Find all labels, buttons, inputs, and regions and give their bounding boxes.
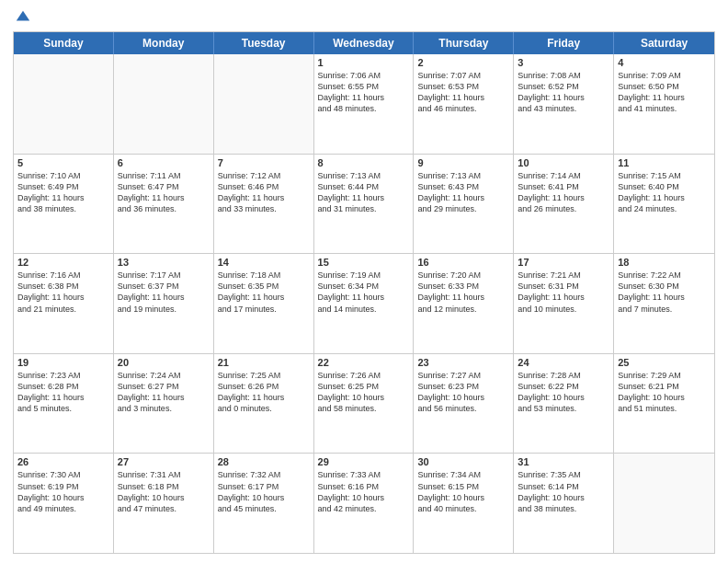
day-number: 19 — [17, 357, 109, 368]
calendar-cell — [14, 54, 114, 154]
day-number: 21 — [218, 357, 310, 368]
page: SundayMondayTuesdayWednesdayThursdayFrid… — [0, 0, 728, 563]
day-number: 5 — [17, 157, 109, 168]
weekday-header-thursday: Thursday — [414, 32, 514, 54]
calendar-cell: 17Sunrise: 7:21 AM Sunset: 6:31 PM Dayli… — [514, 254, 614, 353]
day-info: Sunrise: 7:31 AM Sunset: 6:18 PM Dayligh… — [118, 469, 210, 514]
calendar-cell: 1Sunrise: 7:06 AM Sunset: 6:55 PM Daylig… — [314, 54, 415, 154]
calendar-cell: 21Sunrise: 7:25 AM Sunset: 6:26 PM Dayli… — [214, 354, 314, 454]
calendar-cell: 12Sunrise: 7:16 AM Sunset: 6:38 PM Dayli… — [14, 254, 114, 353]
weekday-header-friday: Friday — [514, 32, 614, 54]
day-info: Sunrise: 7:21 AM Sunset: 6:31 PM Dayligh… — [518, 270, 609, 315]
day-number: 27 — [118, 456, 210, 467]
day-info: Sunrise: 7:07 AM Sunset: 6:53 PM Dayligh… — [417, 70, 509, 115]
calendar-cell: 3Sunrise: 7:08 AM Sunset: 6:52 PM Daylig… — [514, 54, 614, 154]
day-info: Sunrise: 7:16 AM Sunset: 6:38 PM Dayligh… — [17, 270, 109, 315]
calendar-cell: 16Sunrise: 7:20 AM Sunset: 6:33 PM Dayli… — [414, 254, 514, 353]
calendar-cell: 14Sunrise: 7:18 AM Sunset: 6:35 PM Dayli… — [214, 254, 314, 353]
calendar-cell: 18Sunrise: 7:22 AM Sunset: 6:30 PM Dayli… — [614, 254, 714, 353]
day-info: Sunrise: 7:11 AM Sunset: 6:47 PM Dayligh… — [118, 170, 210, 215]
day-number: 4 — [618, 57, 711, 68]
day-number: 22 — [318, 357, 410, 368]
day-info: Sunrise: 7:18 AM Sunset: 6:35 PM Dayligh… — [218, 270, 310, 315]
day-number: 25 — [618, 357, 711, 368]
day-number: 7 — [218, 157, 310, 168]
day-info: Sunrise: 7:25 AM Sunset: 6:26 PM Dayligh… — [218, 370, 310, 415]
calendar-cell: 31Sunrise: 7:35 AM Sunset: 6:14 PM Dayli… — [514, 454, 614, 553]
day-number: 17 — [518, 257, 609, 268]
weekday-header-saturday: Saturday — [614, 32, 714, 54]
day-info: Sunrise: 7:26 AM Sunset: 6:25 PM Dayligh… — [318, 370, 410, 415]
day-info: Sunrise: 7:09 AM Sunset: 6:50 PM Dayligh… — [618, 70, 711, 115]
weekday-header-tuesday: Tuesday — [214, 32, 314, 54]
day-info: Sunrise: 7:19 AM Sunset: 6:34 PM Dayligh… — [318, 270, 410, 315]
day-number: 23 — [417, 357, 509, 368]
weekday-header-sunday: Sunday — [14, 32, 114, 54]
calendar-cell: 26Sunrise: 7:30 AM Sunset: 6:19 PM Dayli… — [14, 454, 114, 553]
calendar-cell: 13Sunrise: 7:17 AM Sunset: 6:37 PM Dayli… — [114, 254, 214, 353]
calendar-cell: 30Sunrise: 7:34 AM Sunset: 6:15 PM Dayli… — [414, 454, 514, 553]
day-number: 10 — [518, 157, 609, 168]
calendar-cell: 19Sunrise: 7:23 AM Sunset: 6:28 PM Dayli… — [14, 354, 114, 454]
day-info: Sunrise: 7:22 AM Sunset: 6:30 PM Dayligh… — [618, 270, 711, 315]
calendar-body: 1Sunrise: 7:06 AM Sunset: 6:55 PM Daylig… — [14, 54, 714, 553]
calendar-cell — [114, 54, 214, 154]
day-info: Sunrise: 7:32 AM Sunset: 6:17 PM Dayligh… — [218, 469, 310, 514]
svg-marker-0 — [17, 11, 29, 21]
calendar-cell: 22Sunrise: 7:26 AM Sunset: 6:25 PM Dayli… — [314, 354, 415, 454]
day-number: 2 — [417, 57, 509, 68]
header — [13, 9, 715, 26]
day-info: Sunrise: 7:13 AM Sunset: 6:43 PM Dayligh… — [417, 170, 509, 215]
calendar-cell: 6Sunrise: 7:11 AM Sunset: 6:47 PM Daylig… — [114, 155, 214, 254]
calendar-row-3: 19Sunrise: 7:23 AM Sunset: 6:28 PM Dayli… — [14, 353, 714, 454]
day-number: 6 — [118, 157, 210, 168]
day-number: 3 — [518, 57, 609, 68]
calendar-cell: 9Sunrise: 7:13 AM Sunset: 6:43 PM Daylig… — [414, 155, 514, 254]
calendar: SundayMondayTuesdayWednesdayThursdayFrid… — [13, 31, 715, 554]
day-number: 29 — [318, 456, 410, 467]
day-info: Sunrise: 7:14 AM Sunset: 6:41 PM Dayligh… — [518, 170, 609, 215]
logo — [13, 9, 31, 26]
calendar-row-0: 1Sunrise: 7:06 AM Sunset: 6:55 PM Daylig… — [14, 54, 714, 154]
day-info: Sunrise: 7:17 AM Sunset: 6:37 PM Dayligh… — [118, 270, 210, 315]
day-number: 15 — [318, 257, 410, 268]
calendar-cell — [614, 454, 714, 553]
calendar-cell: 15Sunrise: 7:19 AM Sunset: 6:34 PM Dayli… — [314, 254, 415, 353]
weekday-header-monday: Monday — [114, 32, 214, 54]
day-info: Sunrise: 7:35 AM Sunset: 6:14 PM Dayligh… — [518, 469, 609, 514]
day-number: 14 — [218, 257, 310, 268]
day-info: Sunrise: 7:15 AM Sunset: 6:40 PM Dayligh… — [618, 170, 711, 215]
day-info: Sunrise: 7:20 AM Sunset: 6:33 PM Dayligh… — [417, 270, 509, 315]
day-number: 1 — [318, 57, 410, 68]
day-info: Sunrise: 7:24 AM Sunset: 6:27 PM Dayligh… — [118, 370, 210, 415]
calendar-cell: 24Sunrise: 7:28 AM Sunset: 6:22 PM Dayli… — [514, 354, 614, 454]
calendar-cell: 29Sunrise: 7:33 AM Sunset: 6:16 PM Dayli… — [314, 454, 415, 553]
calendar-cell: 7Sunrise: 7:12 AM Sunset: 6:46 PM Daylig… — [214, 155, 314, 254]
day-number: 13 — [118, 257, 210, 268]
day-info: Sunrise: 7:08 AM Sunset: 6:52 PM Dayligh… — [518, 70, 609, 115]
day-info: Sunrise: 7:13 AM Sunset: 6:44 PM Dayligh… — [318, 170, 410, 215]
calendar-row-2: 12Sunrise: 7:16 AM Sunset: 6:38 PM Dayli… — [14, 253, 714, 353]
day-number: 28 — [218, 456, 310, 467]
calendar-cell: 23Sunrise: 7:27 AM Sunset: 6:23 PM Dayli… — [414, 354, 514, 454]
calendar-cell: 2Sunrise: 7:07 AM Sunset: 6:53 PM Daylig… — [414, 54, 514, 154]
weekday-header-wednesday: Wednesday — [314, 32, 415, 54]
day-number: 11 — [618, 157, 711, 168]
day-number: 30 — [417, 456, 509, 467]
calendar-cell: 25Sunrise: 7:29 AM Sunset: 6:21 PM Dayli… — [614, 354, 714, 454]
day-info: Sunrise: 7:10 AM Sunset: 6:49 PM Dayligh… — [17, 170, 109, 215]
calendar-row-1: 5Sunrise: 7:10 AM Sunset: 6:49 PM Daylig… — [14, 154, 714, 254]
calendar-cell: 5Sunrise: 7:10 AM Sunset: 6:49 PM Daylig… — [14, 155, 114, 254]
day-info: Sunrise: 7:29 AM Sunset: 6:21 PM Dayligh… — [618, 370, 711, 415]
day-info: Sunrise: 7:30 AM Sunset: 6:19 PM Dayligh… — [17, 469, 109, 514]
day-info: Sunrise: 7:27 AM Sunset: 6:23 PM Dayligh… — [417, 370, 509, 415]
calendar-cell: 28Sunrise: 7:32 AM Sunset: 6:17 PM Dayli… — [214, 454, 314, 553]
day-number: 20 — [118, 357, 210, 368]
day-info: Sunrise: 7:28 AM Sunset: 6:22 PM Dayligh… — [518, 370, 609, 415]
day-info: Sunrise: 7:34 AM Sunset: 6:15 PM Dayligh… — [417, 469, 509, 514]
day-info: Sunrise: 7:23 AM Sunset: 6:28 PM Dayligh… — [17, 370, 109, 415]
day-number: 9 — [417, 157, 509, 168]
calendar-cell: 11Sunrise: 7:15 AM Sunset: 6:40 PM Dayli… — [614, 155, 714, 254]
calendar-header: SundayMondayTuesdayWednesdayThursdayFrid… — [14, 32, 714, 54]
day-number: 16 — [417, 257, 509, 268]
